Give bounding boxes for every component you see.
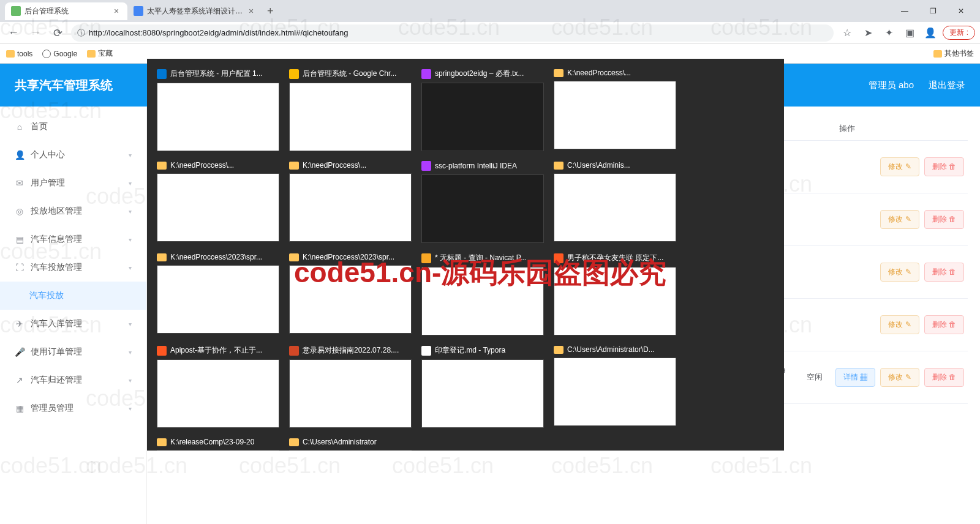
bookmark-item[interactable]: Google [42,50,77,58]
chevron-down-icon: ▾ [129,349,132,356]
sidebar-label: 管理员管理 [31,403,74,414]
delete-button[interactable]: 删除 🗑 [924,157,964,176]
browser-tab[interactable]: 太平人寿签章系统详细设计文档 × [127,2,262,20]
edit-button[interactable]: 修改 ✎ [880,368,919,387]
sidebar-item-2[interactable]: ✉用户管理▾ [0,169,146,197]
delete-button[interactable]: 删除 🗑 [924,263,964,282]
reload-button[interactable]: ⟳ [49,24,66,42]
sidebar-label: 使用订单管理 [31,346,82,357]
switcher-window[interactable]: 印章登记.md - Typora [421,345,544,428]
edit-button[interactable]: 修改 ✎ [880,263,919,282]
row-actions: 修改 ✎删除 🗑 [833,315,968,334]
forward-button[interactable]: → [27,24,44,42]
switcher-window[interactable]: 意录易对接指南2022.07.28.... [289,345,412,428]
folder-icon [157,438,167,446]
sidebar-label: 个人中心 [31,149,65,160]
edit-button[interactable]: 修改 ✎ [880,210,919,229]
folder-icon [554,69,564,77]
sidebar-item-7[interactable]: ✈汽车入库管理▾ [0,310,146,338]
window-title: 意录易对接指南2022.07.28.... [289,345,412,356]
row-actions: 修改 ✎删除 🗑 [833,210,968,229]
folder-icon [157,253,167,261]
close-tab-icon[interactable]: × [246,6,256,16]
back-button[interactable]: ← [5,24,22,42]
sidebar-item-8[interactable]: 🎤使用订单管理▾ [0,338,146,366]
sidebar-item-5[interactable]: ⛶汽车投放管理▾ [0,253,146,282]
switcher-window[interactable]: C:\Users\Administrator\D... [554,345,676,428]
bookmark-item[interactable]: tools [6,50,32,58]
op-header: 操作 [833,123,968,134]
close-tab-icon[interactable]: × [111,6,121,16]
window-title: 印章登记.md - Typora [421,345,544,356]
vue-favicon [11,6,21,16]
edit-button[interactable]: 修改 ✎ [880,315,919,334]
chevron-down-icon: ▾ [129,208,132,215]
sidebar-item-1[interactable]: 👤个人中心▾ [0,141,146,169]
new-tab-button[interactable]: + [262,2,279,20]
window-thumbnail [421,174,544,243]
admin-label[interactable]: 管理员 abo [869,80,914,91]
window-title: K:\needProccess\2023\spr... [289,253,412,261]
news-icon: ▤ [15,234,24,244]
sidebar-item-6[interactable]: 汽车投放 [0,282,146,310]
switcher-window[interactable]: ssc-platform IntelliJ IDEA [421,161,544,243]
delete-button[interactable]: 删除 🗑 [924,315,964,334]
chevron-down-icon: ▾ [129,377,132,384]
sidebar-item-4[interactable]: ▤汽车信息管理▾ [0,225,146,253]
switcher-window[interactable]: K:\needProccess\... [289,161,412,243]
other-bookmarks[interactable]: 其他书签 [933,48,974,59]
sidebar-item-9[interactable]: ↗汽车归还管理▾ [0,366,146,394]
task-switcher[interactable]: 后台管理系统 - 用户配置 1...后台管理系统 - Google Chr...… [147,59,784,451]
site-info-icon[interactable]: ⓘ [77,28,85,39]
row-actions: 修改 ✎删除 🗑 [833,157,968,176]
sidepanel-icon[interactable]: ▣ [901,24,918,42]
close-button[interactable]: ✕ [947,1,975,21]
update-button[interactable]: 更新 : [943,26,975,40]
maximize-button[interactable]: ❐ [919,1,947,21]
minimize-button[interactable]: — [891,1,919,21]
window-thumbnail [289,450,412,451]
switcher-window[interactable]: K:\needProccess\2023\spr... [289,253,412,335]
switcher-window[interactable]: K:\needProccess\... [157,161,279,243]
sidebar-item-3[interactable]: ◎投放地区管理▾ [0,197,146,225]
sidebar-label: 汽车入库管理 [31,318,82,329]
switcher-window[interactable]: springboot2eidg – 必看.tx... [421,69,544,151]
window-thumbnail [554,81,676,149]
url-box[interactable]: ⓘ http://localhost:8080/springboot2eidg/… [71,24,834,42]
switcher-window[interactable]: 男子称不孕女友失联 原定下... [554,253,676,335]
delete-button[interactable]: 删除 🗑 [924,210,964,229]
home-icon: ⌂ [15,122,24,132]
window-thumbnail [421,359,544,428]
window-thumbnail [289,359,412,428]
profile-icon[interactable]: 👤 [922,24,939,42]
app-title: 共享汽车管理系统 [15,77,113,94]
detail-button[interactable]: 详情 ▦ [835,368,875,387]
address-bar: ← → ⟳ ⓘ http://localhost:8080/springboot… [0,22,980,44]
switcher-window[interactable]: Apipost-基于协作，不止于... [157,345,279,428]
window-title: 男子称不孕女友失联 原定下... [554,253,676,263]
edit-button[interactable]: 修改 ✎ [880,157,919,176]
arrow-icon[interactable]: ➤ [859,24,876,42]
star-icon[interactable]: ☆ [839,24,856,42]
window-thumbnail [289,83,412,151]
bookmark-item[interactable]: 宝藏 [87,48,113,59]
url-text: http://localhost:8080/springboot2eidg/ad… [89,28,827,37]
switcher-window[interactable]: K:\needProccess\2023\spr... [157,253,279,335]
sidebar-item-0[interactable]: ⌂首页 [0,113,146,141]
logout-button[interactable]: 退出登录 [929,80,965,91]
sidebar-item-10[interactable]: ▦管理员管理▾ [0,394,146,422]
window-title: K:\needProccess\... [554,69,676,77]
window-thumbnail [554,173,676,242]
extensions-icon[interactable]: ✦ [880,24,897,42]
switcher-window[interactable]: * 无标题 - 查询 - Navicat P... [421,253,544,335]
switcher-window[interactable]: 后台管理系统 - Google Chr... [289,69,412,151]
switcher-window[interactable]: C:\Users\Adminis... [554,161,676,243]
delete-button[interactable]: 删除 🗑 [924,368,964,387]
switcher-window[interactable]: 后台管理系统 - 用户配置 1... [157,69,279,151]
browser-tab[interactable]: 后台管理系统 × [5,2,127,20]
switcher-window[interactable]: K:\releaseComp\23-09-20 [157,438,279,451]
typora-icon [421,346,431,356]
switcher-window[interactable]: C:\Users\Administrator [289,438,412,451]
switcher-window[interactable]: K:\needProccess\... [554,69,676,151]
share-icon: ↗ [15,375,24,385]
